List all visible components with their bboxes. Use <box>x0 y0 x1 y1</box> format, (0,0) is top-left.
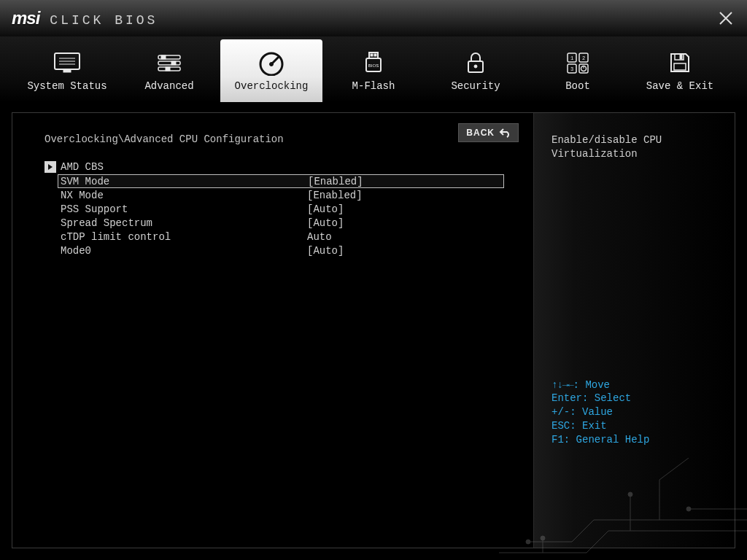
app-title: CLICK BIOS <box>50 13 158 28</box>
setting-svm-mode[interactable]: SVM Mode [Enabled] <box>58 174 504 188</box>
arrows-icon: ↑↓→← <box>551 379 573 391</box>
back-label: BACK <box>466 128 495 138</box>
svg-rect-6 <box>63 69 71 72</box>
setting-name: Mode0 <box>61 245 307 257</box>
setting-value: [Enabled] <box>307 190 363 201</box>
breadcrumb: Overclocking\Advanced CPU Configuration <box>44 133 504 145</box>
hint-move: ↑↓→←: Move <box>551 378 717 392</box>
brand: msi CLICK BIOS <box>12 8 158 28</box>
setting-pss-support[interactable]: PSS Support [Auto] <box>44 202 504 216</box>
help-line: Virtualization <box>551 147 717 161</box>
setting-value: [Enabled] <box>308 176 363 187</box>
tab-save-exit[interactable]: Save & Exit <box>629 39 731 102</box>
hint-value: +/-: Value <box>551 405 717 419</box>
svg-text:BIOS: BIOS <box>368 63 379 68</box>
hint-f1: F1: General Help <box>551 433 717 447</box>
floppy-icon <box>665 50 695 76</box>
close-icon <box>718 10 734 26</box>
svg-rect-17 <box>371 54 373 56</box>
svg-text:3: 3 <box>570 66 573 72</box>
lock-icon <box>460 50 491 76</box>
tab-label: Advanced <box>144 80 193 92</box>
svg-rect-8 <box>158 61 180 65</box>
setting-name: NX Mode <box>61 190 307 201</box>
undo-arrow-icon <box>499 128 511 138</box>
submenu-label: AMD CBS <box>61 161 104 173</box>
tab-advanced[interactable]: Advanced <box>118 39 220 102</box>
hint-esc: ESC: Exit <box>551 419 717 433</box>
setting-name: PSS Support <box>61 203 307 215</box>
setting-name: cTDP limit control <box>61 231 307 243</box>
main-panel: Overclocking\Advanced CPU Configuration … <box>12 112 735 548</box>
msi-logo: msi <box>12 8 39 28</box>
svg-point-14 <box>270 63 274 66</box>
tab-security[interactable]: Security <box>425 39 527 102</box>
main-nav: System Status Advanced Overclocking BIOS… <box>0 36 747 102</box>
title-bar: msi CLICK BIOS <box>0 0 747 36</box>
tab-label: M-Flash <box>352 80 395 92</box>
svg-rect-18 <box>374 54 376 56</box>
usb-bios-icon: BIOS <box>358 50 389 76</box>
tab-label: Save & Exit <box>646 80 713 92</box>
svg-text:2: 2 <box>582 55 585 61</box>
submenu-arrow-icon <box>44 161 56 173</box>
help-text: Enable/disable CPU Virtualization <box>551 133 717 161</box>
setting-mode0[interactable]: Mode0 [Auto] <box>44 244 504 257</box>
tab-overclocking[interactable]: Overclocking <box>220 39 322 102</box>
settings-pane: Overclocking\Advanced CPU Configuration … <box>12 113 533 548</box>
key-hints: ↑↓→←: Move Enter: Select +/-: Value ESC:… <box>551 378 717 447</box>
setting-name: SVM Mode <box>61 176 308 187</box>
svg-rect-10 <box>161 55 166 59</box>
keypad-power-icon: 123 <box>562 50 593 76</box>
tab-label: System Status <box>27 80 107 92</box>
setting-value: [Auto] <box>307 217 344 229</box>
help-line: Enable/disable CPU <box>551 133 717 147</box>
svg-rect-32 <box>680 55 682 59</box>
gauge-icon <box>256 50 287 76</box>
svg-rect-12 <box>166 67 170 71</box>
setting-value: Auto <box>307 231 332 243</box>
svg-rect-33 <box>674 63 686 70</box>
svg-rect-11 <box>171 61 176 65</box>
tab-system-status[interactable]: System Status <box>16 39 118 102</box>
close-button[interactable] <box>718 10 734 26</box>
tab-label: Overclocking <box>235 80 309 92</box>
svg-point-21 <box>474 65 477 68</box>
tab-m-flash[interactable]: BIOS M-Flash <box>322 39 425 102</box>
setting-spread-spectrum[interactable]: Spread Spectrum [Auto] <box>44 216 504 230</box>
svg-text:1: 1 <box>570 55 573 61</box>
setting-value: [Auto] <box>307 203 344 215</box>
setting-ctdp-limit-control[interactable]: cTDP limit control Auto <box>44 230 504 244</box>
help-pane: Enable/disable CPU Virtualization ↑↓→←: … <box>533 113 735 548</box>
sliders-icon <box>154 50 185 76</box>
hint-enter: Enter: Select <box>551 392 717 405</box>
setting-nx-mode[interactable]: NX Mode [Enabled] <box>44 188 504 202</box>
setting-name: Spread Spectrum <box>61 217 307 229</box>
setting-value: [Auto] <box>307 245 344 257</box>
submenu-amd-cbs[interactable]: AMD CBS <box>44 161 504 173</box>
tab-boot[interactable]: 123 Boot <box>527 39 629 102</box>
tab-label: Boot <box>565 80 590 92</box>
tab-label: Security <box>451 80 500 92</box>
back-button[interactable]: BACK <box>458 123 519 142</box>
monitor-list-icon <box>52 50 82 76</box>
settings-list: AMD CBS SVM Mode [Enabled] NX Mode [Enab… <box>44 161 504 257</box>
